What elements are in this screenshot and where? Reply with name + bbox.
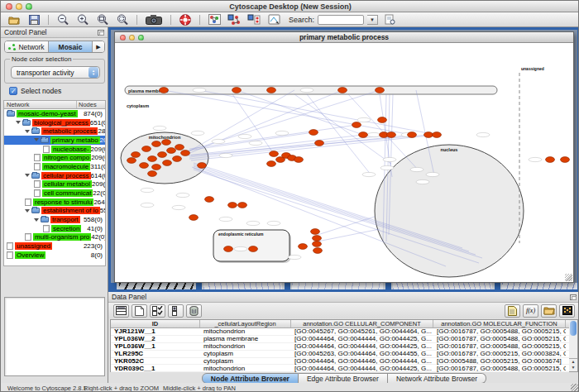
search-input[interactable] [318,15,364,25]
import-attributes-icon[interactable] [246,13,262,26]
network-node[interactable] [352,122,361,128]
tree-expand-arrow-icon[interactable] [34,218,39,222]
node-color-dropdown[interactable]: transporter activity ▲▼ [11,66,100,79]
new-attribute-icon[interactable] [132,304,147,318]
network-node[interactable] [338,88,347,93]
network-node[interactable] [198,163,207,169]
tree-row[interactable]: primary metabo209(... [4,136,105,145]
network-close-button[interactable] [120,35,126,41]
network-node[interactable] [299,244,308,250]
network-node[interactable] [132,152,141,158]
tree-header-network[interactable]: Network [4,101,77,108]
network-node[interactable] [424,132,433,138]
search-options-icon[interactable] [381,13,398,26]
matrix-view-icon[interactable] [559,304,575,318]
tree-row[interactable]: nucleobase-209(0) [4,145,105,154]
scrollbar-arrows-icon[interactable]: ▲▼ [569,358,577,371]
table-column-header[interactable]: annotation.GO CELLULAR_COMPONENT [291,320,433,327]
tree-row[interactable]: unassigned223(0) [4,241,105,251]
tree-row[interactable]: biological_process651(0) [4,118,105,127]
tree-row[interactable]: cellular process614(0) [4,171,105,180]
network-node[interactable] [309,130,318,136]
table-row[interactable]: YDR039C__1mitochondrion[GO:0044464, GO:0… [111,365,569,372]
network-window-titlebar[interactable]: primary metabolic process [115,32,573,43]
tree-expand-arrow-icon[interactable] [16,121,21,124]
tree-row[interactable]: nitrogen compo209(0) [4,153,105,162]
save-icon[interactable] [26,13,42,26]
open-file-icon[interactable] [6,13,22,26]
vizmapper-icon[interactable] [206,13,223,26]
network-node[interactable] [181,151,190,156]
network-node[interactable] [267,88,276,93]
scrollbar-thumb[interactable] [570,321,577,336]
tree-row[interactable]: metabolic process280(0) [4,127,105,136]
network-node[interactable] [167,148,176,154]
tree-expand-arrow-icon[interactable] [34,138,39,141]
network-node[interactable] [152,165,161,170]
network-node[interactable] [163,160,172,166]
tab-network[interactable]: Network [5,41,49,52]
tree-expand-arrow-icon[interactable] [25,174,30,177]
delete-attribute-icon[interactable] [186,304,202,318]
network-node[interactable] [160,88,169,93]
search-dropdown-icon[interactable]: ▼ [367,15,378,25]
tree-header-nodes[interactable]: Nodes [77,101,105,108]
zoom-in-icon[interactable] [74,13,91,26]
network-node[interactable] [148,171,157,177]
network-node[interactable] [294,157,304,163]
network-node[interactable] [224,246,233,252]
window-resize-grip[interactable] [565,274,572,281]
tree-row[interactable]: cellular metabol209(0) [4,180,105,189]
import-table-icon[interactable] [505,304,520,318]
network-zoom-button[interactable] [138,35,144,41]
attribute-batch-icon[interactable] [266,13,282,26]
tree-row[interactable]: macromolecule311(0) [4,162,105,171]
network-node[interactable] [315,141,324,146]
network-node[interactable] [232,88,242,93]
tree-row[interactable]: transport558(0) [4,215,105,224]
region-nucleus[interactable] [375,145,524,277]
snapshot-icon[interactable] [143,13,165,26]
tab-overflow-arrow-icon[interactable]: ▶ [93,41,104,52]
tree-row[interactable]: establishment of lo558(0) [4,207,105,216]
tree-row[interactable]: mosaic-demo-yeast874(0) [4,109,105,118]
table-column-header[interactable]: ID [111,320,200,327]
app-resize-grip[interactable] [571,384,579,392]
network-node[interactable] [189,215,199,221]
close-window-button[interactable] [6,3,12,10]
network-node[interactable] [162,140,171,146]
open-attributes-icon[interactable] [541,304,557,318]
network-node[interactable] [238,203,247,208]
network-node[interactable] [408,132,417,138]
network-node[interactable] [313,241,322,247]
network-node[interactable] [359,132,368,138]
network-node[interactable] [205,197,214,203]
zoom-window-button[interactable] [26,3,32,10]
import-network-icon[interactable] [226,13,242,26]
network-node[interactable] [313,236,322,241]
zoom-selected-icon[interactable] [114,13,131,26]
network-node[interactable] [148,156,157,162]
zoom-fit-icon[interactable] [94,13,111,26]
network-node[interactable] [378,117,387,123]
network-node[interactable] [561,157,570,163]
network-node[interactable] [313,248,323,254]
network-node[interactable] [311,229,320,235]
network-node[interactable] [127,158,136,164]
network-node[interactable] [140,163,149,169]
network-node[interactable] [158,152,167,158]
network-node[interactable] [173,156,182,162]
tree-row[interactable]: multi-organism pro42(0) [4,233,105,242]
tree-expand-arrow-icon[interactable] [25,209,30,213]
tree-row[interactable]: cell communicat22(0) [4,189,105,198]
control-panel-float-icon[interactable] [98,30,104,36]
data-panel-float-icon[interactable] [570,294,577,300]
network-node[interactable] [249,246,258,252]
select-attributes-icon[interactable] [150,304,165,318]
network-node[interactable] [228,203,237,208]
formula-builder-icon[interactable]: f(x) [523,304,538,318]
tree-row[interactable]: response to stimulu264(0) [4,198,105,207]
tree-expand-arrow-icon[interactable] [25,130,30,133]
table-scrollbar[interactable]: ▲▼ [569,319,578,372]
minimize-window-button[interactable] [16,3,22,10]
